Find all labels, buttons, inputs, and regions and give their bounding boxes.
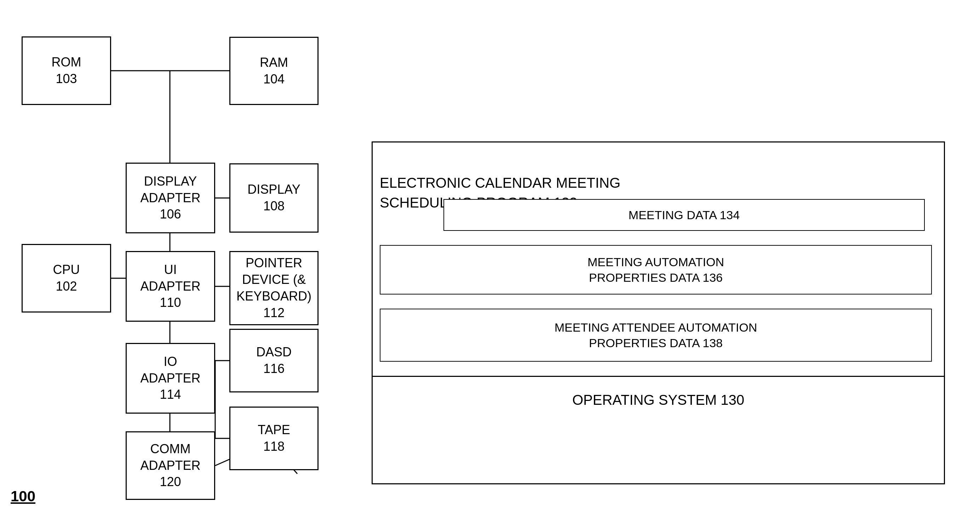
pointer-device-box: POINTER DEVICE (& KEYBOARD) 112: [229, 251, 318, 325]
tape-label: TAPE 118: [258, 422, 290, 455]
ram-label: RAM 104: [260, 54, 288, 88]
os-label: OPERATING SYSTEM 130: [373, 390, 944, 410]
io-adapter-box: IO ADAPTER 114: [126, 343, 215, 414]
diagram: ROM 103 RAM 104 CPU 102 DISPLAY ADAPTER …: [0, 0, 980, 525]
meeting-data-label: MEETING DATA 134: [628, 207, 740, 223]
pointer-device-label: POINTER DEVICE (& KEYBOARD) 112: [236, 255, 312, 321]
meeting-attendee-box: MEETING ATTENDEE AUTOMATION PROPERTIES D…: [380, 309, 932, 362]
ui-adapter-label: UI ADAPTER 110: [140, 262, 200, 311]
display-label: DISPLAY 108: [247, 181, 300, 214]
display-box: DISPLAY 108: [229, 163, 318, 233]
cpu-label: CPU 102: [53, 262, 80, 295]
display-adapter-box: DISPLAY ADAPTER 106: [126, 163, 215, 233]
meeting-attendee-label: MEETING ATTENDEE AUTOMATION PROPERTIES D…: [555, 320, 757, 351]
rom-label: ROM 103: [52, 54, 81, 87]
ui-adapter-box: UI ADAPTER 110: [126, 251, 215, 322]
os-label-text: OPERATING SYSTEM 130: [572, 392, 744, 408]
meeting-data-box: MEETING DATA 134: [444, 199, 925, 231]
io-adapter-label: IO ADAPTER 114: [140, 354, 200, 403]
meeting-automation-label: MEETING AUTOMATION PROPERTIES DATA 136: [587, 254, 724, 285]
comm-adapter-box: COMM ADAPTER 120: [126, 431, 215, 500]
dasd-box: DASD 116: [229, 329, 318, 392]
comm-adapter-label: COMM ADAPTER 120: [140, 441, 200, 490]
panel-divider: [373, 376, 944, 377]
ram-box: RAM 104: [229, 37, 318, 105]
panel-outer: ELECTRONIC CALENDAR MEETING SCHEDULING P…: [372, 141, 945, 484]
dasd-label: DASD 116: [256, 344, 292, 377]
display-adapter-label: DISPLAY ADAPTER 106: [140, 173, 200, 223]
tape-box: TAPE 118: [229, 406, 318, 470]
rom-box: ROM 103: [22, 36, 111, 105]
label-100-text: 100: [11, 488, 35, 504]
cpu-box: CPU 102: [22, 244, 111, 312]
meeting-automation-box: MEETING AUTOMATION PROPERTIES DATA 136: [380, 245, 932, 295]
label-100: 100: [11, 488, 35, 505]
